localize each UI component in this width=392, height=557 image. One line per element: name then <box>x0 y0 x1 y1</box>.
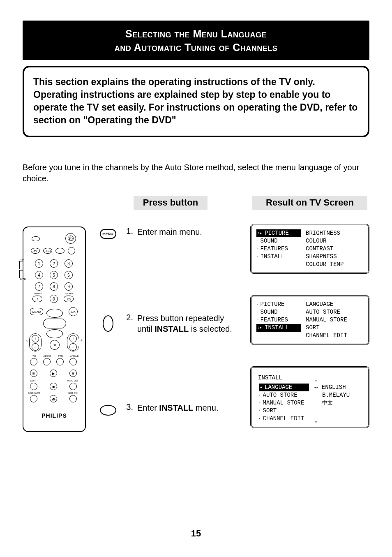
remote-small-btn: ⏏ <box>50 395 57 402</box>
title-line-2: and Automatic Tuning of Channels <box>27 42 365 53</box>
step-number: 2. <box>123 313 137 334</box>
step-number: 3. <box>123 402 137 413</box>
osd-install-title: INSTALL <box>258 374 363 382</box>
down-arrow-icon <box>103 315 113 332</box>
header-result: Result on TV Screen <box>252 196 367 210</box>
remote-small-btn: ≡ <box>69 370 77 377</box>
osd-panel-2: ▪PICTURE ▪SOUND ▪FEATURES ↕▸INSTALL LANG… <box>250 295 369 345</box>
step-text: Enter main menu. <box>137 226 202 237</box>
side-label-dvd: DVD <box>20 277 26 280</box>
remote-small-btn: ▶ <box>50 370 57 377</box>
num-3: 3 <box>65 259 73 268</box>
num-5: 5 <box>50 271 58 279</box>
osd-panel-3: INSTALL ◂LANGUAGE ▪AUTO STORE ▪MANUAL ST… <box>250 366 369 428</box>
smart-left-label: SMART <box>32 292 44 295</box>
remote-smart-left: ♪ <box>32 296 42 302</box>
remote-smart-right: ▭ <box>64 296 74 302</box>
remote-small-btn <box>56 358 64 365</box>
remote-btn-small-4 <box>68 247 75 254</box>
right-arrow-icon <box>100 405 116 416</box>
num-0: 0 <box>50 295 58 303</box>
num-6: 6 <box>65 271 73 279</box>
step-1: 1. Enter main menu. <box>123 226 238 237</box>
remote-column: TV DVD ⏻ AV OSD 1 2 3 4 5 <box>23 226 92 467</box>
menu-button-icon: MENU <box>100 229 116 239</box>
num-9: 9 <box>65 282 73 291</box>
step-number: 1. <box>123 226 137 237</box>
num-1: 1 <box>35 259 43 268</box>
dpad-up-icon <box>46 309 63 318</box>
remote-small-btn <box>30 395 37 402</box>
remote-small-btn <box>69 395 77 402</box>
dpad-mid-icon <box>43 319 66 328</box>
remote-small-btn <box>69 358 77 365</box>
remote-illustration: TV DVD ⏻ AV OSD 1 2 3 4 5 <box>23 226 86 432</box>
step-text: Press button repeatedly until INSTALL is… <box>137 313 238 334</box>
remote-small-btn <box>30 383 37 390</box>
remote-small-btn <box>69 383 77 390</box>
smart-right-label: SMART <box>63 292 75 295</box>
step-2: 2. Press button repeatedly until INSTALL… <box>123 313 238 334</box>
intro-box: This section explains the operating inst… <box>23 66 369 137</box>
steps-column: 1. Enter main menu. 2. Press button repe… <box>123 226 246 467</box>
remote-btn-av: AV <box>31 248 40 254</box>
num-2: 2 <box>50 259 58 268</box>
page-title-bar: Selecting the Menu Language and Automati… <box>23 21 369 60</box>
num-4: 4 <box>35 271 43 279</box>
remote-btn-top-left <box>32 236 40 241</box>
remote-small-btn: ≡ <box>30 370 37 377</box>
screens-column: ↕▸PICTURE ▪SOUND ▪FEATURES ▪INSTALL BRIG… <box>250 226 369 467</box>
remote-small-btn <box>30 358 37 365</box>
remote-small-btn <box>43 358 51 365</box>
instruction-body: TV DVD ⏻ AV OSD 1 2 3 4 5 <box>23 226 369 467</box>
step-text: Enter INSTALL menu. <box>137 402 218 413</box>
step-3: 3. Enter INSTALL menu. <box>123 402 238 413</box>
title-line-1: Selecting the Menu Language <box>27 28 365 40</box>
osd-panel-1: ↕▸PICTURE ▪SOUND ▪FEATURES ▪INSTALL BRIG… <box>250 224 369 274</box>
mute-icon: ✕ <box>50 340 60 350</box>
remote-menu-btn: MENU <box>30 308 43 315</box>
remote-btn-small-3 <box>55 248 65 254</box>
remote-brand: PHILIPS <box>23 412 85 419</box>
manual-page: Selecting the Menu Language and Automati… <box>0 0 392 557</box>
column-headers: Press button Result on TV Screen <box>23 196 369 210</box>
remote-ok-btn: OK <box>69 307 78 316</box>
header-press-button: Press button <box>134 196 208 210</box>
page-number: 15 <box>0 528 392 539</box>
power-icon: ⏻ <box>65 233 76 244</box>
before-text: Before you tune in the channels by the A… <box>23 162 369 184</box>
remote-btn-osd: OSD <box>43 248 52 254</box>
button-icon-column: MENU <box>97 226 119 467</box>
remote-small-btn: ■ <box>50 383 57 390</box>
num-7: 7 <box>35 282 43 291</box>
num-8: 8 <box>50 282 58 291</box>
dpad-down-icon <box>46 329 63 338</box>
